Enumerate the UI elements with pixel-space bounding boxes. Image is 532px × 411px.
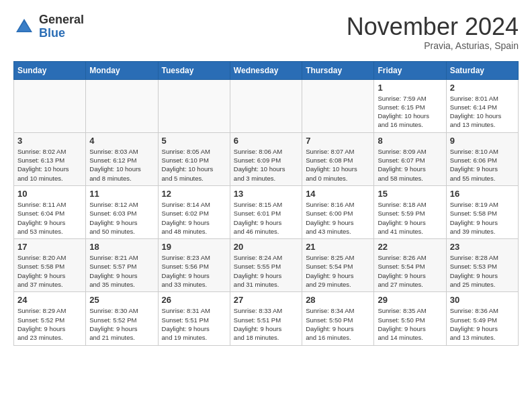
title-block: November 2024 Pravia, Asturias, Spain bbox=[347, 13, 519, 51]
header-thursday: Thursday bbox=[302, 61, 374, 79]
day-info: Sunrise: 8:11 AM Sunset: 6:04 PM Dayligh… bbox=[17, 200, 82, 236]
calendar-day-cell: 5Sunrise: 8:05 AM Sunset: 6:10 PM Daylig… bbox=[158, 132, 230, 185]
header-saturday: Saturday bbox=[446, 61, 518, 79]
calendar-day-cell: 17Sunrise: 8:20 AM Sunset: 5:58 PM Dayli… bbox=[14, 239, 86, 292]
day-info: Sunrise: 8:07 AM Sunset: 6:08 PM Dayligh… bbox=[306, 147, 370, 183]
calendar-day-cell: 3Sunrise: 8:02 AM Sunset: 6:13 PM Daylig… bbox=[14, 132, 86, 185]
calendar-day-cell: 30Sunrise: 8:36 AM Sunset: 5:49 PM Dayli… bbox=[446, 292, 518, 345]
calendar-day-cell: 4Sunrise: 8:03 AM Sunset: 6:12 PM Daylig… bbox=[86, 132, 158, 185]
month-title: November 2024 bbox=[347, 13, 519, 40]
calendar-day-cell: 10Sunrise: 8:11 AM Sunset: 6:04 PM Dayli… bbox=[14, 185, 86, 238]
logo-blue: Blue bbox=[39, 27, 84, 40]
day-number: 17 bbox=[17, 242, 82, 252]
day-number: 28 bbox=[306, 295, 370, 305]
calendar-day-cell: 14Sunrise: 8:16 AM Sunset: 6:00 PM Dayli… bbox=[302, 185, 374, 238]
day-number: 12 bbox=[162, 189, 226, 199]
calendar-day-cell: 29Sunrise: 8:35 AM Sunset: 5:50 PM Dayli… bbox=[374, 292, 446, 345]
header-monday: Monday bbox=[86, 61, 158, 79]
calendar-day-cell: 1Sunrise: 7:59 AM Sunset: 6:15 PM Daylig… bbox=[374, 79, 446, 132]
calendar-day-cell: 18Sunrise: 8:21 AM Sunset: 5:57 PM Dayli… bbox=[86, 239, 158, 292]
calendar-day-cell: 8Sunrise: 8:09 AM Sunset: 6:07 PM Daylig… bbox=[374, 132, 446, 185]
calendar-day-cell bbox=[158, 79, 230, 132]
calendar-day-cell: 25Sunrise: 8:30 AM Sunset: 5:52 PM Dayli… bbox=[86, 292, 158, 345]
day-number: 27 bbox=[234, 295, 298, 305]
calendar-day-cell: 6Sunrise: 8:06 AM Sunset: 6:09 PM Daylig… bbox=[230, 132, 302, 185]
day-number: 22 bbox=[378, 242, 442, 252]
calendar-day-cell: 15Sunrise: 8:18 AM Sunset: 5:59 PM Dayli… bbox=[374, 185, 446, 238]
calendar-day-cell: 16Sunrise: 8:19 AM Sunset: 5:58 PM Dayli… bbox=[446, 185, 518, 238]
calendar-header-row: Sunday Monday Tuesday Wednesday Thursday… bbox=[14, 61, 519, 79]
calendar-week-row: 17Sunrise: 8:20 AM Sunset: 5:58 PM Dayli… bbox=[14, 239, 519, 292]
calendar-day-cell: 9Sunrise: 8:10 AM Sunset: 6:06 PM Daylig… bbox=[446, 132, 518, 185]
day-number: 13 bbox=[234, 189, 298, 199]
day-info: Sunrise: 8:29 AM Sunset: 5:52 PM Dayligh… bbox=[17, 306, 82, 342]
day-number: 23 bbox=[450, 242, 515, 252]
day-number: 3 bbox=[17, 136, 82, 146]
calendar-day-cell bbox=[230, 79, 302, 132]
day-info: Sunrise: 8:19 AM Sunset: 5:58 PM Dayligh… bbox=[450, 200, 515, 236]
day-number: 29 bbox=[378, 295, 442, 305]
calendar-day-cell: 11Sunrise: 8:12 AM Sunset: 6:03 PM Dayli… bbox=[86, 185, 158, 238]
day-number: 7 bbox=[306, 136, 370, 146]
day-info: Sunrise: 8:28 AM Sunset: 5:53 PM Dayligh… bbox=[450, 253, 515, 289]
page-header: General Blue November 2024 Pravia, Astur… bbox=[13, 13, 519, 51]
day-info: Sunrise: 8:34 AM Sunset: 5:50 PM Dayligh… bbox=[306, 306, 370, 342]
day-info: Sunrise: 8:35 AM Sunset: 5:50 PM Dayligh… bbox=[378, 306, 442, 342]
calendar-day-cell: 27Sunrise: 8:33 AM Sunset: 5:51 PM Dayli… bbox=[230, 292, 302, 345]
day-number: 14 bbox=[306, 189, 370, 199]
calendar-day-cell bbox=[14, 79, 86, 132]
day-info: Sunrise: 8:33 AM Sunset: 5:51 PM Dayligh… bbox=[234, 306, 298, 342]
calendar-week-row: 24Sunrise: 8:29 AM Sunset: 5:52 PM Dayli… bbox=[14, 292, 519, 345]
day-number: 26 bbox=[162, 295, 226, 305]
logo-general: General bbox=[39, 13, 84, 27]
day-number: 19 bbox=[162, 242, 226, 252]
logo-text: General Blue bbox=[39, 13, 84, 40]
header-tuesday: Tuesday bbox=[158, 61, 230, 79]
calendar-week-row: 3Sunrise: 8:02 AM Sunset: 6:13 PM Daylig… bbox=[14, 132, 519, 185]
day-info: Sunrise: 8:01 AM Sunset: 6:14 PM Dayligh… bbox=[450, 94, 515, 130]
day-info: Sunrise: 8:14 AM Sunset: 6:02 PM Dayligh… bbox=[162, 200, 226, 236]
logo-icon bbox=[13, 16, 35, 38]
calendar-day-cell: 13Sunrise: 8:15 AM Sunset: 6:01 PM Dayli… bbox=[230, 185, 302, 238]
day-info: Sunrise: 8:21 AM Sunset: 5:57 PM Dayligh… bbox=[89, 253, 154, 289]
calendar-day-cell: 2Sunrise: 8:01 AM Sunset: 6:14 PM Daylig… bbox=[446, 79, 518, 132]
calendar-table: Sunday Monday Tuesday Wednesday Thursday… bbox=[13, 61, 519, 346]
calendar-day-cell: 21Sunrise: 8:25 AM Sunset: 5:54 PM Dayli… bbox=[302, 239, 374, 292]
day-number: 5 bbox=[162, 136, 226, 146]
day-info: Sunrise: 7:59 AM Sunset: 6:15 PM Dayligh… bbox=[378, 94, 442, 130]
day-number: 10 bbox=[17, 189, 82, 199]
day-info: Sunrise: 8:15 AM Sunset: 6:01 PM Dayligh… bbox=[234, 200, 298, 236]
day-number: 25 bbox=[89, 295, 154, 305]
day-number: 6 bbox=[234, 136, 298, 146]
day-info: Sunrise: 8:09 AM Sunset: 6:07 PM Dayligh… bbox=[378, 147, 442, 183]
calendar-day-cell bbox=[302, 79, 374, 132]
calendar-day-cell: 12Sunrise: 8:14 AM Sunset: 6:02 PM Dayli… bbox=[158, 185, 230, 238]
day-info: Sunrise: 8:02 AM Sunset: 6:13 PM Dayligh… bbox=[17, 147, 82, 183]
day-number: 11 bbox=[89, 189, 154, 199]
day-info: Sunrise: 8:30 AM Sunset: 5:52 PM Dayligh… bbox=[89, 306, 154, 342]
logo: General Blue bbox=[13, 13, 84, 40]
day-info: Sunrise: 8:20 AM Sunset: 5:58 PM Dayligh… bbox=[17, 253, 82, 289]
day-info: Sunrise: 8:23 AM Sunset: 5:56 PM Dayligh… bbox=[162, 253, 226, 289]
calendar-day-cell: 20Sunrise: 8:24 AM Sunset: 5:55 PM Dayli… bbox=[230, 239, 302, 292]
day-info: Sunrise: 8:24 AM Sunset: 5:55 PM Dayligh… bbox=[234, 253, 298, 289]
header-friday: Friday bbox=[374, 61, 446, 79]
location-subtitle: Pravia, Asturias, Spain bbox=[347, 40, 519, 51]
calendar-day-cell: 22Sunrise: 8:26 AM Sunset: 5:54 PM Dayli… bbox=[374, 239, 446, 292]
day-info: Sunrise: 8:03 AM Sunset: 6:12 PM Dayligh… bbox=[89, 147, 154, 183]
day-number: 21 bbox=[306, 242, 370, 252]
calendar-day-cell: 26Sunrise: 8:31 AM Sunset: 5:51 PM Dayli… bbox=[158, 292, 230, 345]
calendar-day-cell: 28Sunrise: 8:34 AM Sunset: 5:50 PM Dayli… bbox=[302, 292, 374, 345]
day-info: Sunrise: 8:05 AM Sunset: 6:10 PM Dayligh… bbox=[162, 147, 226, 183]
day-info: Sunrise: 8:16 AM Sunset: 6:00 PM Dayligh… bbox=[306, 200, 370, 236]
calendar-day-cell bbox=[86, 79, 158, 132]
day-number: 1 bbox=[378, 83, 442, 93]
calendar-day-cell: 19Sunrise: 8:23 AM Sunset: 5:56 PM Dayli… bbox=[158, 239, 230, 292]
day-info: Sunrise: 8:12 AM Sunset: 6:03 PM Dayligh… bbox=[89, 200, 154, 236]
day-number: 2 bbox=[450, 83, 515, 93]
calendar-week-row: 1Sunrise: 7:59 AM Sunset: 6:15 PM Daylig… bbox=[14, 79, 519, 132]
day-info: Sunrise: 8:36 AM Sunset: 5:49 PM Dayligh… bbox=[450, 306, 515, 342]
calendar-day-cell: 23Sunrise: 8:28 AM Sunset: 5:53 PM Dayli… bbox=[446, 239, 518, 292]
day-number: 15 bbox=[378, 189, 442, 199]
calendar-week-row: 10Sunrise: 8:11 AM Sunset: 6:04 PM Dayli… bbox=[14, 185, 519, 238]
